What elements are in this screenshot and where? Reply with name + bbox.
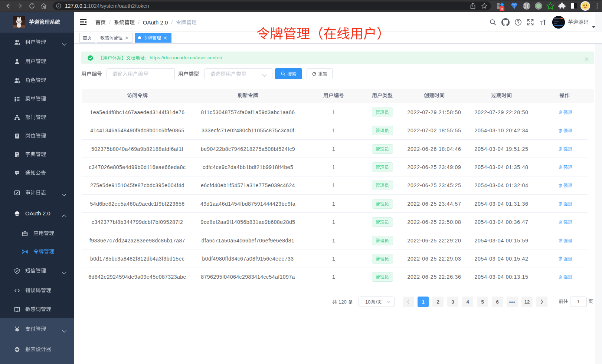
svg-text:9: 9 (501, 7, 503, 11)
